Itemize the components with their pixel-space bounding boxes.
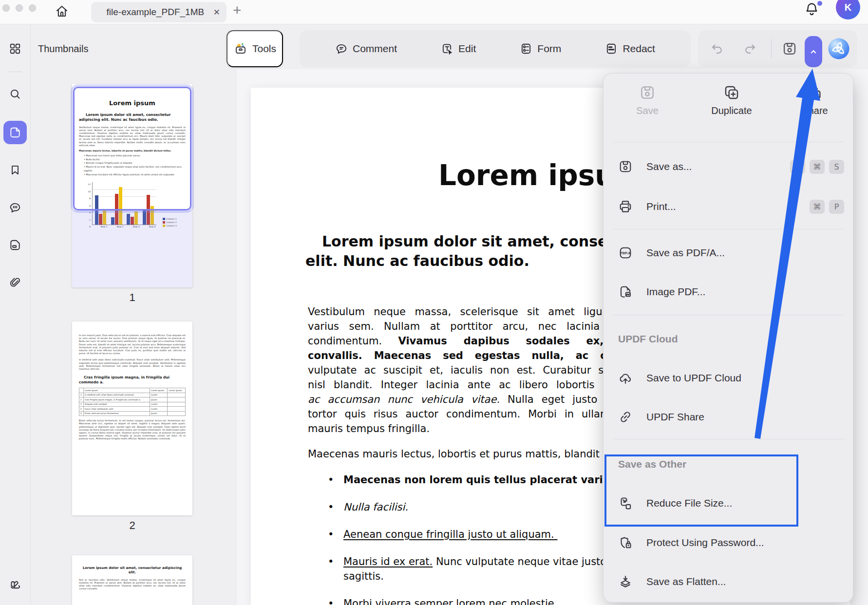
menu-divider [613,315,844,315]
thumbnail-page-1[interactable]: Lorem ipsum Lorem ipsum dolor sit amet, … [72,84,192,287]
share-quick-action[interactable]: Share [781,74,849,132]
new-tab-button[interactable]: + [233,2,242,19]
save-icon [618,159,633,174]
duplicate-icon [723,84,740,101]
mode-tabs: CommentEditFormRedact [300,30,691,67]
tab-label: Redact [623,43,655,55]
page-number-1: 1 [72,291,192,304]
menu-item-label: Print... [646,193,676,220]
printer-icon [618,199,633,214]
tools-button[interactable]: Tools [226,30,283,67]
thumb1-bar-chart: 121086420 Row 1Row 2Row 3Row 4 Column 1C… [72,182,192,228]
menu-item-save-to-updf-cloud[interactable]: Save to UPDF Cloud [604,364,854,392]
share-icon [807,84,823,101]
chart-bar [95,195,98,225]
thumb2-heading: Cras fringilla ipsum magna, in fringilla… [79,375,186,384]
thumb2-para2: In eleifend velit vitae libero sollicitu… [79,359,186,371]
menu-item-save-as-pdf-a[interactable]: PDF/ASave as PDF/A... [604,239,854,266]
thumbnail-page-3[interactable]: Lorem ipsum dolor sit amet, consectetur … [72,555,192,605]
quick-action-label: Save [636,105,659,116]
sidebar-item-attachment[interactable] [5,273,25,292]
chart-bar [147,195,150,225]
tab-close-icon[interactable]: ✕ [213,7,220,18]
home-button[interactable] [55,4,69,19]
tab-form[interactable]: Form [520,42,561,55]
thumbnail-page-2[interactable]: In non mauris justo. Duis vehicula mi ve… [72,321,192,515]
menu-divider [613,142,844,142]
menu-item-image-pdf[interactable]: Image PDF... [604,278,854,305]
sidebar [0,24,30,605]
thumb2-table: Lorem ipsumLorem ipsumLorem ipsum 1In el… [79,388,186,416]
sidebar-item-comments[interactable] [5,198,25,217]
menu-divider [613,229,844,229]
save-options-menu: SaveDuplicateShareSave as...⇧⌘SPrint...⌘… [603,73,853,603]
thumb1-title: Lorem ipsum [72,99,192,107]
thumbnails-panel-title: Thumbnails [38,43,88,55]
titlebar: file-example_PDF_1MB ✕ + [0,0,868,24]
save-button[interactable] [782,41,797,57]
undo-button[interactable] [710,41,724,56]
document-tab[interactable]: file-example_PDF_1MB ✕ [91,2,226,22]
menu-item-label: UPDF Share [646,403,704,431]
toolbar-right-group [698,30,857,67]
svg-text:PDF/A: PDF/A [620,251,631,255]
menu-item-label: Reduce File Size... [646,490,732,517]
chart-bar [134,211,138,225]
tab-edit[interactable]: Edit [441,42,476,55]
menu-item-protect-using-password[interactable]: Protect Using Password... [604,529,854,556]
menu-item-save-as-flatten[interactable]: Save as Flatten... [604,568,854,595]
flatten-icon [618,574,633,589]
save-options-chevron-button[interactable] [805,36,822,67]
chart-legend: Column 1Column 2Column 3 [163,217,177,228]
sidebar-item-search[interactable] [5,84,25,104]
chart-bar [119,187,122,225]
sidebar-divider [30,24,31,605]
window-zoom-button[interactable] [29,4,36,12]
thumb1-body: Vestibulum neque massa, scelerisque sit … [79,126,186,147]
thumbnails-icon [9,126,21,139]
comments-icon [9,201,21,214]
tab-label: Edit [458,43,476,55]
chart-bar [131,217,134,225]
comment-icon [335,42,348,55]
chart-bar [115,194,118,225]
sidebar-item-grid[interactable] [5,39,25,58]
window-minimize-button[interactable] [16,4,23,12]
tools-label: Tools [252,43,276,55]
tab-comment[interactable]: Comment [335,42,397,55]
tab-label: Form [537,43,561,55]
menu-item-label: Image PDF... [646,278,705,305]
search-icon [9,88,21,100]
sidebar-item-thumbnails[interactable] [3,121,27,144]
chart-bar [111,217,114,225]
sidebar-item-bookmark[interactable] [5,160,25,180]
link-icon [618,410,633,424]
menu-item-save-as[interactable]: Save as...⇧⌘S [604,153,854,180]
sidebar-item-swatches[interactable] [5,574,25,593]
updf-ai-button[interactable] [827,37,850,60]
form-field-icon [9,239,21,251]
menu-item-reduce-file-size[interactable]: Reduce File Size... [604,490,854,517]
save-quick-action: Save [613,74,681,132]
menu-item-label: Save to UPDF Cloud [646,364,741,392]
form-icon [520,42,532,55]
menu-item-label: Save as Flatten... [646,568,726,595]
redact-icon [605,42,618,55]
redo-button[interactable] [743,41,757,56]
tab-redact[interactable]: Redact [605,42,655,55]
menu-item-label: Protect Using Password... [646,529,764,556]
menu-item-label: Save as... [646,153,692,180]
image-pdf-icon [618,284,633,299]
sidebar-item-form-field[interactable] [5,235,25,255]
shield-lock-icon [618,535,633,550]
duplicate-quick-action[interactable]: Duplicate [698,74,766,132]
menu-section-header: UPDF Cloud [618,325,813,353]
keyboard-shortcut: ⌘P [810,200,844,214]
edit-icon [441,42,453,55]
quick-action-label: Share [802,105,828,116]
thumb1-bullets: Maecenas non lorem quis tellus placerat … [84,154,186,177]
window-close-button[interactable] [2,4,10,12]
menu-item-updf-share[interactable]: UPDF Share [604,403,854,431]
menu-section-header: Save as Other [618,451,813,478]
menu-item-print[interactable]: Print...⌘P [604,193,854,220]
